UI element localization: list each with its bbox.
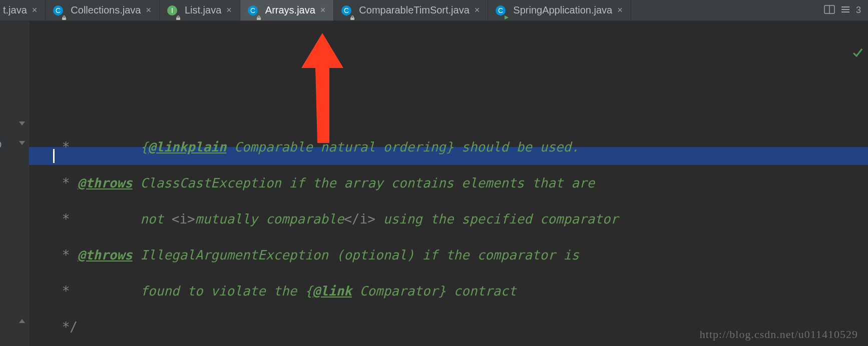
tab-label: Arrays.java (265, 4, 315, 16)
tab-comparabletimsort[interactable]: C ComparableTimSort.java × (334, 0, 488, 20)
lock-icon (62, 12, 67, 16)
close-icon[interactable]: × (145, 5, 152, 16)
editor-tabbar: t.java × C Collections.java × I List.jav… (0, 0, 868, 21)
tab-collections[interactable]: C Collections.java × (46, 0, 160, 20)
svg-text:C: C (250, 6, 255, 14)
svg-marker-21 (19, 141, 25, 145)
hidden-tabs-count[interactable]: 3 (856, 5, 861, 16)
tab-label: SpringApplication.java (513, 4, 612, 16)
tab-label: t.java (3, 4, 27, 16)
tab-partial[interactable]: t.java × (0, 0, 46, 20)
code-line: * {@linkplain Comparable natural orderin… (54, 138, 868, 156)
tab-arrays[interactable]: C Arrays.java × (240, 0, 334, 20)
editor-gutter: @ (0, 21, 29, 346)
code-line: * @throws ClassCastException if the arra… (54, 174, 868, 192)
inspection-ok-icon[interactable] (852, 47, 863, 60)
tab-springapplication[interactable]: C SpringApplication.java × (488, 0, 631, 20)
fold-end-icon[interactable] (18, 317, 27, 326)
split-editor-icon[interactable] (824, 5, 835, 16)
editor-menu-icon[interactable] (840, 5, 851, 16)
close-icon[interactable]: × (31, 5, 39, 16)
code-area[interactable]: * {@linkplain Comparable natural orderin… (29, 21, 868, 346)
tab-label: List.java (185, 4, 221, 16)
lock-icon (176, 12, 181, 16)
code-editor[interactable]: @ * {@linkplain Comparable natural order… (0, 21, 868, 346)
fold-toggle-icon[interactable] (18, 118, 27, 128)
svg-rect-11 (350, 18, 354, 20)
svg-marker-14 (505, 16, 509, 20)
run-overlay-icon (504, 11, 509, 16)
svg-text:C: C (56, 6, 61, 14)
code-line: * found to violate the {@link Comparator… (54, 282, 868, 300)
close-icon[interactable]: × (319, 5, 327, 16)
svg-rect-2 (62, 18, 66, 20)
svg-rect-8 (257, 18, 261, 20)
svg-text:C: C (498, 6, 503, 14)
svg-rect-5 (176, 18, 180, 20)
fold-toggle-icon[interactable] (18, 138, 27, 147)
svg-text:I: I (171, 6, 173, 14)
watermark-text: http://blog.csdn.net/u011410529 (700, 328, 858, 341)
tabbar-spacer (631, 0, 824, 20)
close-icon[interactable]: × (474, 5, 481, 16)
tab-label: ComparableTimSort.java (359, 4, 469, 16)
tab-list[interactable]: I List.java × (160, 0, 240, 20)
close-icon[interactable]: × (225, 5, 233, 16)
svg-text:C: C (344, 6, 349, 14)
close-icon[interactable]: × (616, 5, 624, 16)
svg-marker-20 (19, 122, 25, 126)
tab-label: Collections.java (71, 4, 141, 16)
svg-marker-22 (19, 319, 25, 323)
tabbar-controls: 3 (824, 0, 868, 20)
code-line: * not <i>mutually comparable</i> using t… (54, 210, 868, 228)
lock-icon (350, 12, 355, 16)
lock-icon (256, 12, 261, 16)
override-marker[interactable]: @ (0, 138, 2, 152)
code-line: * @throws IllegalArgumentException (opti… (54, 246, 868, 264)
